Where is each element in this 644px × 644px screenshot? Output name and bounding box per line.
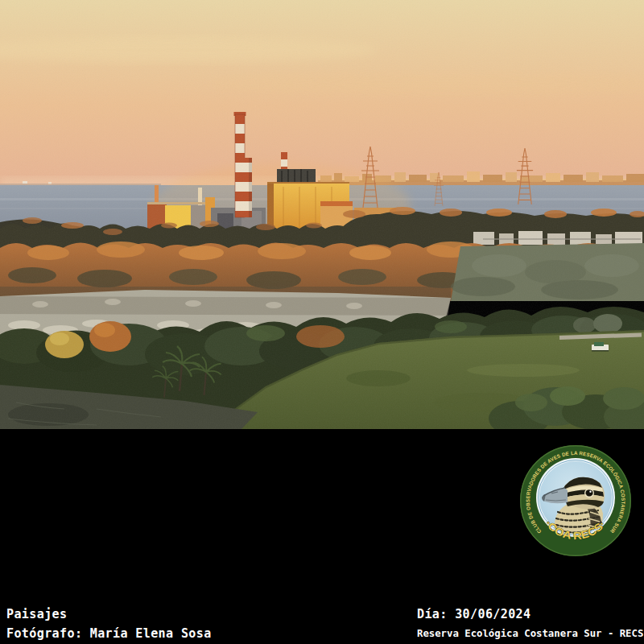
- landscape-photo-svg: [0, 0, 644, 429]
- date-label: Día: 30/06/2024: [417, 605, 643, 624]
- coa-recs-logo-svg: CLUB DE OBSERVADORES DE AVES DE LA RESER…: [519, 444, 632, 557]
- caption-left-column: Paisajes Fotógrafo: María Elena Sosa: [6, 605, 212, 643]
- photographer-label: Fotógrafo: María Elena Sosa: [6, 624, 212, 643]
- coa-recs-logo: CLUB DE OBSERVADORES DE AVES DE LA RESER…: [519, 444, 632, 557]
- grain-overlay: [0, 0, 644, 429]
- landscape-photo: [0, 0, 644, 429]
- caption-right-column: Día: 30/06/2024 Reserva Ecológica Costan…: [417, 605, 643, 644]
- photo-card: CLUB DE OBSERVADORES DE AVES DE LA RESER…: [0, 0, 644, 644]
- reserve-name-label: Reserva Ecológica Costanera Sur - RECS: [417, 624, 643, 644]
- photo-category-label: Paisajes: [6, 605, 212, 624]
- duck-eye: [586, 490, 592, 497]
